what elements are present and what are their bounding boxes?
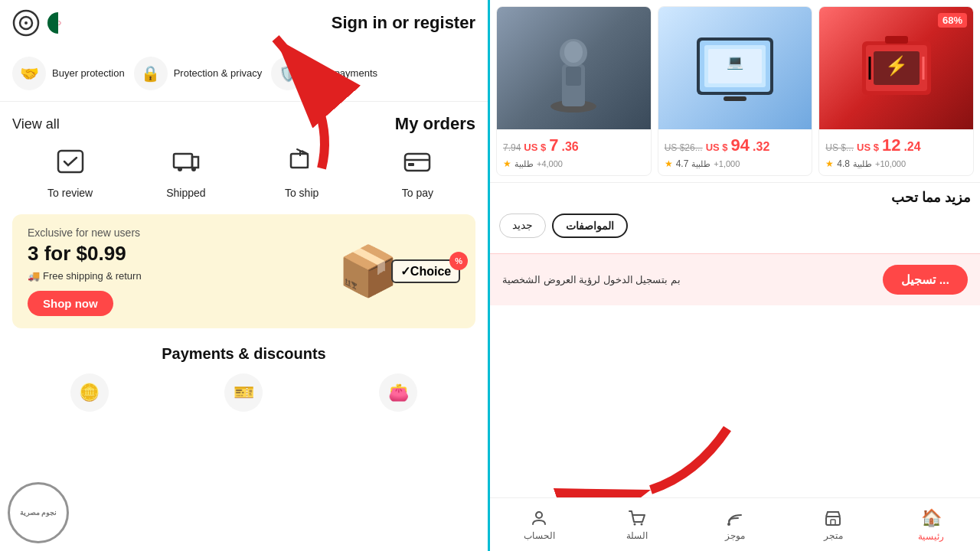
product-card-1[interactable]: 7.94 US $ 7 .36 ★ طلبية +4,000 (496, 6, 652, 176)
sign-in-button[interactable]: Sign in or register (332, 13, 475, 33)
price-row-3: US $... US $ 12 .24 (825, 135, 967, 155)
discount-badge-3: 68% (938, 13, 967, 28)
svg-rect-12 (405, 154, 430, 171)
header: ☽ Sign in or register (0, 0, 488, 46)
svg-point-37 (727, 523, 730, 526)
order-item-to-ship[interactable]: To ship (279, 148, 325, 199)
shipped-label: Shipped (166, 187, 205, 199)
currency-2: US $ (706, 142, 728, 153)
to-pay-icon (402, 148, 433, 181)
filter-tab-mawasafat[interactable]: المواصفات (552, 214, 628, 238)
product-card-2[interactable]: 💻 US $26... US $ 94 .32 ★ 4.7 طلبية +1,0… (658, 6, 813, 176)
currency-3: US $ (857, 142, 879, 153)
login-prompt: ... تسجيل بم بتسجيل الدخول لرؤية العروض … (490, 253, 980, 305)
rating-row-1: ★ طلبية +4,000 (503, 158, 645, 169)
nav-item-cart[interactable]: السلة (618, 509, 656, 541)
flag-icon: ☽ (47, 12, 69, 34)
svg-rect-35 (826, 517, 840, 525)
watermark-logo: نجوم مصرية (8, 482, 69, 543)
svg-text:⚡: ⚡ (885, 54, 908, 77)
register-button[interactable]: ... تسجيل (883, 265, 968, 295)
safe-payments-item[interactable]: 🛡️ Safe payments (271, 57, 377, 90)
to-review-label: To review (47, 187, 93, 199)
rating-val-3: 4.8 (837, 158, 850, 169)
old-price-3: US $... (825, 142, 854, 153)
promo-image-area: 📦 ✓Choice % (338, 243, 460, 300)
filter-tab-jadeed[interactable]: جديد (499, 214, 546, 238)
old-price-1: 7.94 (503, 142, 521, 153)
shop-now-button[interactable]: Shop now (28, 291, 113, 316)
svg-text:☽: ☽ (56, 20, 61, 27)
svg-rect-19 (566, 67, 581, 86)
svg-rect-36 (831, 520, 835, 525)
payment-wallet-item[interactable]: 👛 (379, 373, 417, 412)
protection-section: 🤝 Buyer protection 🔒 Protection & privac… (0, 46, 488, 102)
account-icon (530, 509, 548, 527)
handshake-icon: 🤝 (12, 57, 46, 90)
left-panel: ☽ Sign in or register 🤝 Buyer protection… (0, 0, 490, 551)
arabic-label-1: طلبية (514, 159, 534, 169)
nav-label-home: رئيسية (918, 531, 944, 542)
buyer-protection-item[interactable]: 🤝 Buyer protection (12, 57, 125, 90)
exclusive-label: Exclusive for new users (28, 227, 338, 239)
privacy-item[interactable]: 🔒 Protection & privacy (134, 57, 263, 90)
nav-item-account[interactable]: الحساب (520, 509, 558, 541)
payment-voucher-item[interactable]: 🎫 (224, 373, 263, 412)
more-title: مزيد مما تحب (499, 189, 971, 206)
shield-icon: 🛡️ (271, 57, 305, 90)
rating-val-2: 4.7 (676, 158, 689, 169)
currency-1: US $ (524, 142, 546, 153)
product-image-1 (497, 7, 651, 129)
view-all-link[interactable]: View all (12, 116, 60, 132)
rating-row-2: ★ 4.7 طلبية +1,000 (665, 158, 806, 169)
nav-item-feed[interactable]: موجز (716, 509, 754, 541)
my-orders-title: My orders (395, 114, 475, 134)
bottom-nav-bar: 🏠 رئيسية متجر موجز الس (490, 497, 980, 551)
svg-point-8 (178, 167, 182, 171)
order-item-to-pay[interactable]: To pay (394, 148, 440, 199)
nav-label-store: متجر (824, 530, 843, 541)
login-prompt-text: بم بتسجيل الدخول لرؤية العروض الشخصية (502, 274, 681, 285)
rating-row-3: ★ 4.8 طلبية +10,000 (825, 158, 967, 169)
payments-title: Payments & discounts (12, 345, 475, 363)
safe-payments-label: Safe payments (311, 67, 377, 80)
order-item-shipped[interactable]: Shipped (163, 148, 209, 199)
new-price-1: 7 (549, 135, 558, 155)
promo-price: 3 for $0.99 (28, 242, 338, 266)
svg-point-40 (536, 512, 542, 518)
new-price-2: 94 (731, 135, 750, 155)
product-grid: 7.94 US $ 7 .36 ★ طلبية +4,000 (490, 0, 980, 182)
product-info-3: US $... US $ 12 .24 ★ 4.8 طلبية +10,000 (819, 129, 973, 175)
nav-label-account: الحساب (524, 530, 555, 541)
home-icon: 🏠 (921, 508, 942, 528)
star-3: ★ (825, 158, 834, 169)
nav-label-cart: السلة (626, 530, 648, 541)
order-item-to-review[interactable]: To review (47, 148, 93, 199)
feed-icon (726, 509, 744, 527)
arabic-label-3: طلبية (853, 159, 872, 169)
voucher-icon: 🎫 (224, 373, 263, 412)
new-price-3: 12 (882, 135, 900, 155)
price-row-2: US $26... US $ 94 .32 (665, 135, 806, 155)
orders-section: View all My orders To review (0, 102, 488, 205)
svg-text:💻: 💻 (727, 54, 744, 70)
to-ship-label: To ship (285, 187, 318, 199)
to-review-icon (55, 148, 86, 181)
promo-banner: Exclusive for new users 3 for $0.99 🚚 Fr… (12, 214, 475, 328)
nav-item-home[interactable]: 🏠 رئيسية (912, 508, 950, 542)
payment-coins-item[interactable]: 🪙 (70, 373, 109, 412)
old-price-2: US $26... (665, 142, 703, 153)
nav-item-store[interactable]: متجر (814, 509, 852, 541)
svg-point-39 (641, 523, 643, 525)
free-shipping-label: 🚚 Free shipping & return (28, 270, 338, 282)
svg-rect-28 (885, 36, 908, 44)
privacy-label: Protection & privacy (174, 67, 263, 80)
product-card-3[interactable]: 68% ⚡ US $... US $ 12 (818, 6, 974, 176)
orders-header: View all My orders (12, 114, 475, 134)
arabic-label-2: طلبية (691, 159, 710, 169)
svg-point-9 (191, 167, 196, 171)
filter-tabs: المواصفات جديد (499, 214, 971, 238)
to-pay-label: To pay (402, 187, 433, 199)
svg-rect-14 (408, 163, 414, 166)
to-ship-icon (286, 148, 317, 181)
